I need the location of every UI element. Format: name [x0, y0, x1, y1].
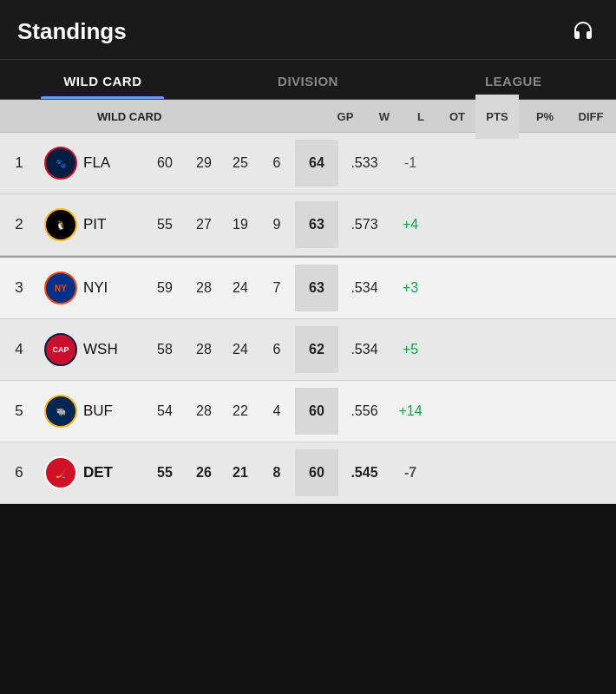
table-row[interactable]: 4 CAP WSH 58 28 24 6 62 .534 +5	[0, 319, 616, 381]
rank-value: 1	[0, 154, 38, 172]
l-col-header: L	[403, 110, 439, 123]
stat-w: 28	[186, 342, 222, 357]
table-row[interactable]: 1 🐾 FLA 60 29 25 6 64 .533 -1	[0, 133, 616, 194]
team-logo: 🏒	[38, 456, 83, 489]
stat-diff: -7	[390, 465, 436, 481]
stat-pts: 60	[295, 449, 338, 496]
team-abbr: WSH	[83, 341, 144, 358]
stat-l: 24	[222, 280, 259, 296]
stat-gp: 55	[144, 465, 186, 481]
headphone-icon[interactable]	[567, 16, 599, 47]
stat-diff: +3	[390, 280, 436, 296]
team-abbr: BUF	[83, 403, 144, 420]
stat-diff: +14	[390, 403, 436, 419]
table-row[interactable]: 2 🐧 PIT 55 27 19 9 63 .573 +4	[0, 194, 616, 256]
team-abbr: NYI	[83, 279, 144, 297]
team-logo: 🐧	[38, 208, 83, 241]
fla-logo: 🐾	[44, 147, 77, 180]
stat-pts: 64	[295, 140, 338, 187]
rank-value: 3	[0, 279, 38, 297]
pit-logo: 🐧	[44, 208, 77, 241]
team-logo: CAP	[38, 333, 83, 366]
table-row[interactable]: 6 🏒 DET 55 26 21 8 60 .545 -7	[0, 442, 616, 504]
stat-w: 27	[186, 217, 222, 232]
tab-wild-card[interactable]: WILD CARD	[0, 60, 206, 99]
nyi-logo: NY	[44, 272, 77, 304]
stat-pct: .556	[338, 403, 390, 419]
header: Standings	[0, 0, 616, 60]
stat-pct: .573	[338, 217, 390, 232]
rank-value: 5	[0, 403, 38, 420]
stat-pts: 62	[295, 326, 338, 373]
stat-ot: 4	[259, 403, 295, 419]
gp-col-header: GP	[324, 110, 366, 123]
buf-logo: 🐃	[44, 395, 77, 428]
stat-gp: 59	[144, 280, 186, 296]
stat-gp: 54	[144, 403, 186, 419]
stat-pct: .534	[338, 280, 390, 296]
stat-w: 28	[186, 280, 222, 296]
stat-ot: 6	[259, 155, 295, 171]
page-title: Standings	[17, 18, 127, 45]
tabs-bar: WILD CARD DIVISION LEAGUE	[0, 60, 616, 100]
stat-pts: 60	[295, 388, 338, 435]
stat-ot: 6	[259, 342, 295, 357]
rank-value: 6	[0, 464, 38, 481]
wild-card-col-header: WILD CARD	[83, 110, 324, 123]
stat-gp: 60	[144, 155, 186, 171]
stat-pct: .533	[338, 155, 390, 171]
team-abbr: PIT	[83, 216, 144, 233]
team-abbr: FLA	[83, 154, 144, 172]
team-abbr: DET	[83, 464, 144, 481]
standings-table: WILD CARD GP W L OT PTS P% DIFF 1 🐾 FLA …	[0, 100, 616, 504]
stat-diff: +5	[390, 342, 436, 357]
stat-l: 21	[222, 465, 259, 481]
table-row[interactable]: 5 🐃 BUF 54 28 22 4 60 .556 +14	[0, 381, 616, 442]
stat-ot: 9	[259, 217, 295, 232]
det-logo: 🏒	[44, 456, 77, 489]
stat-gp: 58	[144, 342, 186, 357]
stat-l: 22	[222, 403, 259, 419]
stat-pct: .545	[338, 465, 390, 481]
table-row[interactable]: 3 NY NYI 59 28 24 7 63 .534 +3	[0, 258, 616, 319]
stat-w: 28	[186, 403, 222, 419]
stat-pts: 63	[295, 265, 338, 311]
stat-l: 25	[222, 155, 259, 171]
stat-ot: 8	[259, 465, 295, 481]
stat-diff: -1	[390, 155, 436, 171]
team-logo: NY	[38, 272, 83, 304]
tab-league[interactable]: LEAGUE	[410, 60, 616, 99]
pts-col-header: PTS	[475, 95, 519, 139]
pct-col-header: P%	[519, 110, 571, 123]
stat-diff: +4	[390, 217, 436, 232]
column-headers: WILD CARD GP W L OT PTS P% DIFF	[0, 100, 616, 133]
rank-value: 4	[0, 341, 38, 358]
tab-division[interactable]: DIVISION	[206, 60, 411, 99]
stat-ot: 7	[259, 280, 295, 296]
stat-gp: 55	[144, 217, 186, 232]
stat-w: 26	[186, 465, 222, 481]
w-col-header: W	[366, 110, 403, 123]
diff-col-header: DIFF	[571, 110, 616, 123]
stat-pct: .534	[338, 342, 390, 357]
team-logo: 🐾	[38, 147, 83, 180]
rank-value: 2	[0, 216, 38, 233]
wsh-logo: CAP	[44, 333, 77, 366]
stat-l: 24	[222, 342, 259, 357]
ot-col-header: OT	[439, 110, 475, 123]
stat-pts: 63	[295, 201, 338, 248]
team-logo: 🐃	[38, 395, 83, 428]
stat-l: 19	[222, 217, 259, 232]
stat-w: 29	[186, 155, 222, 171]
